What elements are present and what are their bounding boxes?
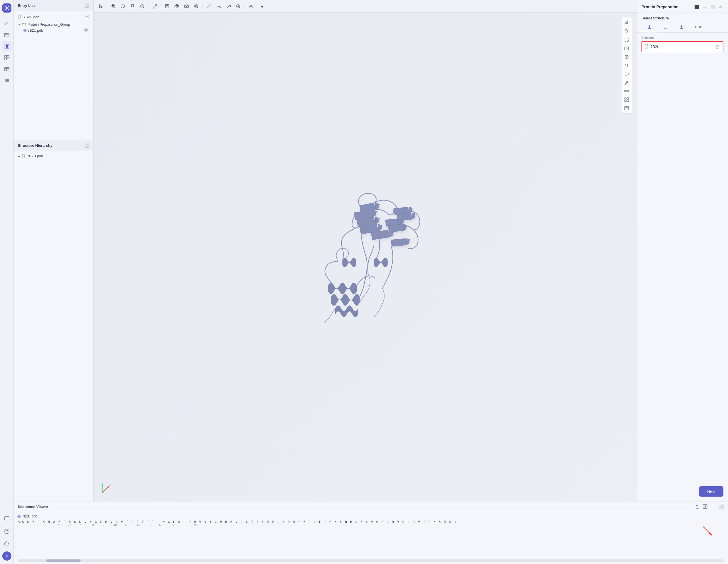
svg-rect-85 bbox=[627, 100, 629, 102]
svg-marker-36 bbox=[121, 5, 125, 8]
sidebar-item-layers[interactable] bbox=[2, 41, 12, 51]
svg-point-44 bbox=[176, 6, 178, 7]
select-tool-btn[interactable]: ▾ bbox=[97, 2, 108, 11]
sidebar-item-cloud[interactable] bbox=[2, 539, 12, 549]
email-tool-btn[interactable] bbox=[182, 2, 191, 11]
sidebar-item-table[interactable] bbox=[2, 64, 12, 74]
clear-selection-btn[interactable] bbox=[715, 44, 720, 49]
seq-expand-btn[interactable]: ⬜ bbox=[718, 504, 724, 509]
child-eye-icon[interactable] bbox=[84, 28, 88, 33]
user-avatar[interactable]: Y bbox=[2, 551, 11, 561]
svg-rect-9 bbox=[6, 47, 8, 48]
svg-rect-8 bbox=[6, 46, 8, 47]
measure-tool-btn[interactable] bbox=[138, 2, 147, 11]
entry-child-item[interactable]: 7B2U.pdb bbox=[22, 27, 89, 33]
expand-panel-btn[interactable]: ⬜ bbox=[710, 4, 715, 10]
atom-tool-btn[interactable] bbox=[109, 2, 118, 11]
flask-tool-btn[interactable] bbox=[128, 2, 137, 11]
settings-tool-btn[interactable]: ▾ bbox=[246, 2, 258, 11]
center-btn[interactable] bbox=[623, 53, 631, 61]
table3-btn[interactable] bbox=[623, 104, 631, 112]
entry-group-header[interactable]: ▼ Protein Preparation_Group bbox=[18, 22, 89, 27]
seq-minimize-btn[interactable]: — bbox=[710, 504, 716, 509]
sidebar-item-home[interactable]: ⌂ bbox=[2, 18, 12, 29]
edit-btn[interactable] bbox=[623, 79, 631, 87]
tab-bar: PDB bbox=[637, 23, 728, 33]
struct-item[interactable]: ▶ 7B2U.pdb bbox=[18, 153, 89, 159]
rect-tool-btn[interactable] bbox=[163, 2, 172, 11]
svg-point-29 bbox=[85, 29, 87, 31]
minimize-panel-btn[interactable]: — bbox=[702, 4, 707, 10]
zoom-in-btn[interactable] bbox=[623, 19, 631, 27]
zoom-out-btn[interactable] bbox=[623, 27, 631, 35]
entry-eye-icon[interactable] bbox=[85, 15, 89, 19]
paint-tool-btn[interactable]: ▾ bbox=[151, 2, 162, 11]
svg-rect-83 bbox=[627, 98, 629, 99]
minimize-struct-btn[interactable]: — bbox=[77, 143, 83, 148]
seq-num-35: 35 bbox=[102, 524, 113, 527]
expand-struct-btn[interactable]: ⬜ bbox=[84, 143, 89, 148]
sidebar-item-folder[interactable] bbox=[2, 30, 12, 40]
measure3-btn[interactable] bbox=[623, 87, 631, 95]
next-button[interactable]: Next bbox=[699, 486, 723, 497]
svg-point-3 bbox=[5, 9, 6, 10]
seq-content: 7B2U.pdb B: S G F R K M A F P S G K V E … bbox=[14, 512, 728, 558]
link-tool-btn[interactable] bbox=[224, 2, 233, 11]
left-sidebar: ⌂ bbox=[0, 0, 14, 564]
curve-tool-btn[interactable] bbox=[214, 2, 223, 11]
seq-anchor-btn[interactable] bbox=[694, 504, 700, 509]
seq-num-80: 80 bbox=[205, 524, 216, 527]
svg-point-17 bbox=[5, 79, 5, 80]
selected-box: 7B2U.pdb bbox=[641, 41, 723, 52]
seq-num-5: 5 bbox=[33, 524, 45, 527]
rotate-btn[interactable] bbox=[623, 61, 631, 69]
svg-point-1 bbox=[5, 6, 6, 7]
file-icon bbox=[18, 15, 22, 19]
axis-indicator: x y bbox=[99, 481, 114, 495]
sequence-viewer: Sequence Viewer — ⬜ bbox=[14, 501, 728, 564]
svg-marker-55 bbox=[378, 224, 382, 231]
seq-num-65: 65 bbox=[171, 524, 182, 527]
close-panel-btn[interactable]: ✕ bbox=[718, 4, 723, 10]
left-panel: Entry List — ⬜ bbox=[14, 0, 94, 501]
3d-viewport[interactable]: x y bbox=[94, 13, 637, 501]
entry-list-title: Entry List bbox=[18, 3, 35, 8]
group2-btn[interactable] bbox=[623, 96, 631, 104]
app-logo[interactable] bbox=[2, 3, 11, 13]
tab-list[interactable] bbox=[657, 23, 673, 32]
camera-tool-btn[interactable] bbox=[172, 2, 181, 11]
seq-columns-btn[interactable] bbox=[702, 504, 708, 509]
toggle-panel-btn[interactable]: ◂ bbox=[258, 2, 265, 11]
sidebar-item-chat[interactable] bbox=[2, 514, 12, 524]
screenshot-btn[interactable] bbox=[623, 44, 631, 52]
seq-title: Sequence Viewer bbox=[18, 505, 48, 509]
svg-point-0 bbox=[6, 7, 8, 9]
tab-export[interactable] bbox=[673, 23, 689, 32]
float-panel-btn[interactable]: ⬛ bbox=[694, 4, 699, 10]
selection-box-btn[interactable] bbox=[623, 70, 631, 78]
entry-file-item[interactable]: 7B2U.pdb bbox=[14, 13, 93, 21]
sep2 bbox=[202, 3, 203, 9]
sidebar-item-list[interactable] bbox=[2, 75, 12, 86]
svg-marker-60 bbox=[409, 207, 412, 214]
tab-pdb[interactable]: PDB bbox=[689, 23, 708, 32]
seq-chain: B: S G F R K M A F P S G K V E G C M V Q… bbox=[18, 520, 724, 527]
surface-tool-btn[interactable] bbox=[192, 2, 201, 11]
svg-rect-28 bbox=[22, 23, 26, 26]
svg-marker-61 bbox=[412, 213, 415, 219]
expand-entry-btn[interactable]: ⬜ bbox=[84, 3, 89, 8]
protein-preparation-panel: Protein Preparation ⬛ — ⬜ ✕ Select Struc… bbox=[637, 0, 728, 501]
ring-tool-btn[interactable] bbox=[118, 2, 127, 11]
fit-view-btn[interactable] bbox=[623, 36, 631, 44]
tab-import[interactable] bbox=[641, 23, 657, 32]
viewer-toolbar: ▾ bbox=[94, 0, 637, 13]
sidebar-item-grid[interactable] bbox=[2, 53, 12, 63]
sphere-tool-btn[interactable] bbox=[234, 2, 243, 11]
seq-scrollbar[interactable] bbox=[18, 559, 724, 562]
sidebar-item-help[interactable] bbox=[2, 526, 12, 537]
seq-num-1: 1 bbox=[22, 524, 33, 527]
line-tool-btn[interactable] bbox=[204, 2, 214, 11]
seq-scrollbar-thumb[interactable] bbox=[46, 559, 81, 562]
svg-marker-53 bbox=[372, 210, 377, 217]
minimize-entry-btn[interactable]: — bbox=[77, 3, 83, 8]
